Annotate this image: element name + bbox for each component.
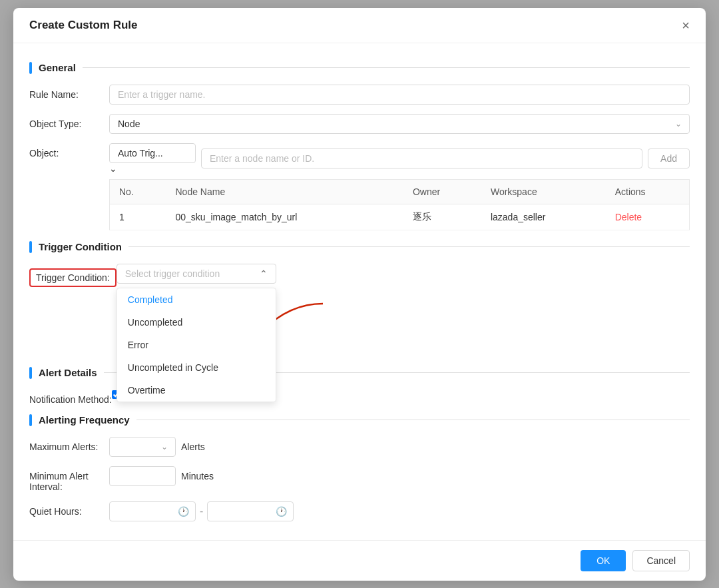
trigger-condition-row: Trigger Condition: Select trigger condit… bbox=[29, 264, 690, 287]
alerting-freq-section-title: Alerting Frequency bbox=[39, 414, 130, 426]
modal-footer: OK Cancel bbox=[13, 540, 706, 581]
quiet-hours-inputs: 00:00 🕐 - 00:00 🕐 bbox=[109, 501, 690, 521]
object-row: Object: Auto Trig... ⌄ Add bbox=[29, 143, 690, 230]
quiet-hours-separator: - bbox=[200, 505, 203, 517]
chevron-up-icon: ⌃ bbox=[260, 268, 268, 279]
notification-method-label: Notification Method: bbox=[29, 390, 112, 405]
trigger-condition-dropdown-btn[interactable]: Select trigger condition ⌃ bbox=[117, 264, 276, 284]
alerting-freq-section-header: Alerting Frequency bbox=[29, 414, 690, 426]
min-alert-interval-control: 30 Minutes bbox=[109, 466, 690, 486]
col-node-name: Node Name bbox=[166, 179, 403, 204]
object-type-row: Object Type: Node ⌄ bbox=[29, 114, 690, 134]
rule-name-control bbox=[109, 85, 690, 105]
object-name-input[interactable] bbox=[201, 148, 642, 168]
cell-owner: 逐乐 bbox=[403, 204, 481, 230]
max-alerts-select[interactable] bbox=[109, 437, 176, 457]
create-custom-rule-modal: Create Custom Rule × General Rule Name: … bbox=[13, 8, 706, 581]
trigger-condition-label-text: Trigger Condition: bbox=[29, 268, 117, 287]
minutes-unit: Minutes bbox=[181, 471, 214, 481]
min-alert-interval-row: Minimum Alert Interval: 30 Minutes bbox=[29, 466, 690, 492]
dropdown-item-uncompleted[interactable]: Uncompleted bbox=[117, 311, 276, 334]
min-alert-interval-input[interactable]: 30 bbox=[109, 466, 176, 486]
trigger-condition-field-label: Trigger Condition: bbox=[29, 264, 117, 287]
maximum-alerts-freq-row: ⌄ Alerts bbox=[109, 437, 690, 457]
cell-node-name: 00_sku_image_match_by_url bbox=[166, 204, 403, 230]
quiet-end-input[interactable]: 00:00 bbox=[207, 501, 294, 521]
object-input-row: Auto Trig... ⌄ Add bbox=[109, 143, 690, 174]
maximum-alerts-label: Maximum Alerts: bbox=[29, 437, 109, 452]
table-row: 1 00_sku_image_match_by_url 逐乐 lazada_se… bbox=[110, 204, 690, 230]
general-section-line bbox=[83, 67, 690, 68]
alerting-freq-section-bar bbox=[29, 414, 32, 426]
object-label: Object: bbox=[29, 143, 109, 158]
trigger-section-bar bbox=[29, 241, 32, 253]
ok-button[interactable]: OK bbox=[581, 550, 626, 571]
rule-name-input[interactable] bbox=[109, 85, 690, 105]
object-type-select[interactable]: Node bbox=[109, 114, 690, 134]
cell-no: 1 bbox=[110, 204, 166, 230]
alerting-freq-section-line bbox=[136, 420, 690, 420]
object-trigger-select[interactable]: Auto Trig... bbox=[109, 143, 196, 163]
trigger-condition-dropdown-menu: Completed Uncompleted Error Uncompleted … bbox=[117, 288, 276, 402]
dropdown-item-uncompleted-cycle[interactable]: Uncompleted in Cycle bbox=[117, 356, 276, 379]
quiet-hours-control: 00:00 🕐 - 00:00 🕐 bbox=[109, 501, 690, 521]
modal-body: General Rule Name: Object Type: Node ⌄ bbox=[13, 43, 706, 540]
quiet-start-wrapper: 00:00 🕐 bbox=[109, 501, 196, 521]
quiet-start-input[interactable]: 00:00 bbox=[109, 501, 196, 521]
cell-workspace: lazada_seller bbox=[481, 204, 606, 230]
cancel-button[interactable]: Cancel bbox=[632, 550, 690, 571]
cell-actions: Delete bbox=[606, 204, 690, 230]
quiet-hours-label: Quiet Hours: bbox=[29, 501, 109, 517]
max-alerts-select-wrapper: ⌄ bbox=[109, 437, 176, 457]
rule-name-label: Rule Name: bbox=[29, 85, 109, 100]
alert-details-section-bar bbox=[29, 367, 32, 379]
quiet-end-wrapper: 00:00 🕐 bbox=[207, 501, 294, 521]
object-type-control: Node ⌄ bbox=[109, 114, 690, 134]
trigger-section-header: Trigger Condition bbox=[29, 241, 690, 253]
col-workspace: Workspace bbox=[481, 179, 606, 204]
col-actions: Actions bbox=[606, 179, 690, 204]
object-trigger-select-wrapper: Auto Trig... ⌄ bbox=[109, 143, 196, 174]
objects-table: No. Node Name Owner Workspace Actions 1 … bbox=[109, 179, 690, 230]
object-control: Auto Trig... ⌄ Add No. Node Name Owner bbox=[109, 143, 690, 230]
rule-name-row: Rule Name: bbox=[29, 85, 690, 105]
trigger-section-line bbox=[128, 246, 690, 247]
dropdown-item-overtime[interactable]: Overtime bbox=[117, 379, 276, 402]
dropdown-item-completed[interactable]: Completed bbox=[117, 288, 276, 311]
quiet-hours-row: Quiet Hours: 00:00 🕐 - 00:00 🕐 bbox=[29, 501, 690, 521]
close-button[interactable]: × bbox=[682, 19, 690, 32]
maximum-alerts-row: Maximum Alerts: ⌄ Alerts bbox=[29, 437, 690, 457]
alert-details-section-title: Alert Details bbox=[39, 367, 97, 378]
trigger-condition-control: Select trigger condition ⌃ Completed Unc… bbox=[117, 264, 690, 284]
delete-button[interactable]: Delete bbox=[615, 212, 642, 222]
object-type-label: Object Type: bbox=[29, 114, 109, 129]
min-alert-interval-label: Minimum Alert Interval: bbox=[29, 466, 109, 492]
maximum-alerts-control: ⌄ Alerts bbox=[109, 437, 690, 457]
col-no: No. bbox=[110, 179, 166, 204]
trigger-placeholder: Select trigger condition bbox=[125, 268, 220, 279]
general-section-header: General bbox=[29, 62, 690, 74]
modal-title: Create Custom Rule bbox=[29, 19, 137, 32]
modal-header: Create Custom Rule × bbox=[13, 8, 706, 43]
dropdown-item-error[interactable]: Error bbox=[117, 334, 276, 356]
general-section-title: General bbox=[39, 62, 76, 73]
min-alert-freq-row: 30 Minutes bbox=[109, 466, 690, 486]
object-chevron-icon: ⌄ bbox=[109, 163, 117, 174]
add-button[interactable]: Add bbox=[648, 148, 690, 168]
alerts-unit: Alerts bbox=[181, 441, 205, 452]
general-section-bar bbox=[29, 62, 32, 74]
trigger-section-title: Trigger Condition bbox=[39, 241, 122, 252]
col-owner: Owner bbox=[403, 179, 481, 204]
object-type-select-wrapper: Node ⌄ bbox=[109, 114, 690, 134]
